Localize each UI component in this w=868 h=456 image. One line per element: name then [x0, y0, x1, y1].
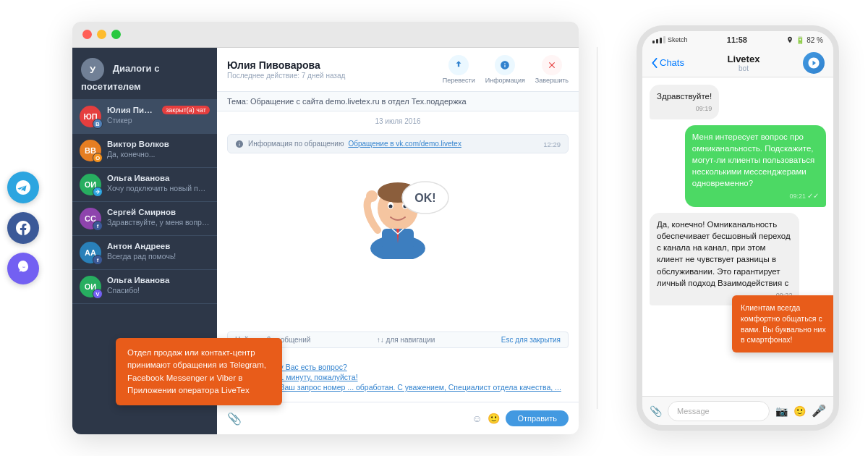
- phone-status-bar: Sketch 11:58 🔋 82 %: [642, 31, 833, 48]
- phone-message-received-2: Да, конечно! Омниканальность обеспечивае…: [650, 213, 799, 305]
- window-chrome: [72, 22, 579, 48]
- chat-avatar: ОИ V: [80, 276, 101, 297]
- search-nav: ↑↓ для навигации: [377, 336, 435, 344]
- chat-name: Ольга Иванова: [107, 276, 210, 284]
- system-msg-label: Информация по обращению: [248, 140, 344, 148]
- chat-input-area: 📎 ☺ 🙂 Отправить: [217, 402, 579, 434]
- chat-name: Ольга Иванова: [107, 174, 210, 182]
- phone-message-sent-1: Меня интересует вопрос про омниканальнос…: [685, 125, 826, 207]
- svg-text:OK!: OK!: [414, 192, 435, 204]
- main-container: У Диалоги с посетителем ЮП В Юлия Пивова…: [0, 0, 868, 456]
- system-msg-text: Обращение в vk.com/demo.livetex: [348, 140, 461, 148]
- sticker-message: OK!: [227, 158, 569, 266]
- active-chat-meta: Последнее действие: 7 дней назад: [227, 72, 345, 80]
- chat-item[interactable]: ВВ О Виктор Волков Да, конечно...: [72, 134, 217, 168]
- chat-name: Юлия Пивоварова: [107, 106, 156, 114]
- fb-channel-badge: f: [93, 221, 103, 231]
- read-indicator: ✓✓: [807, 191, 819, 201]
- close-chat-icon: [542, 55, 562, 75]
- phone-mic-icon[interactable]: 🎤: [812, 404, 826, 418]
- sidebar-header: У Диалоги с посетителем: [72, 48, 217, 100]
- system-message: Информация по обращению Обращение в vk.c…: [227, 134, 569, 153]
- sticker-button[interactable]: 🙂: [488, 413, 500, 424]
- chat-item[interactable]: АА f Антон Андреев Всегда рад помочь!: [72, 236, 217, 270]
- attachment-button[interactable]: 📎: [227, 412, 242, 426]
- chat-item[interactable]: СС f Сергей Смирнов Здравствуйте, у меня…: [72, 202, 217, 236]
- phone-message-received-1: Здравствуйте! 09:19: [650, 85, 719, 119]
- chat-preview: Здравствуйте, у меня вопрос: [107, 218, 210, 227]
- msg-text: Здравствуйте!: [657, 92, 712, 101]
- chat-preview: Да, конечно...: [107, 150, 210, 159]
- phone-tooltip: Клиентам всегда комфортно общаться с вам…: [732, 295, 839, 352]
- maximize-dot[interactable]: [111, 30, 121, 39]
- fb-channel-badge2: f: [93, 255, 103, 265]
- vertical-divider: [597, 47, 597, 409]
- user-avatar: У: [81, 58, 104, 81]
- msg-time: 09:21 ✓✓: [692, 191, 819, 201]
- chat-badge: закрыт(а) чат: [162, 106, 210, 114]
- desktop-app: У Диалоги с посетителем ЮП В Юлия Пивова…: [72, 22, 579, 434]
- chat-name: Антон Андреев: [107, 242, 210, 250]
- phone-nav-bar: Chats Livetex bot: [642, 48, 833, 77]
- msg-text: Меня интересует вопрос про омниканальнос…: [692, 132, 814, 187]
- send-button[interactable]: Отправить: [506, 410, 569, 426]
- message-input[interactable]: [247, 408, 466, 428]
- system-msg-time: 12:29: [543, 140, 561, 148]
- ok-channel-badge: О: [93, 153, 103, 163]
- vk-channel-badge: В: [93, 119, 103, 129]
- chat-preview: Спасибо!: [107, 286, 210, 295]
- chat-avatar: ВВ О: [80, 140, 101, 161]
- telegram-channel-icon[interactable]: [7, 172, 39, 203]
- chat-item[interactable]: ОИ V Ольга Иванова Спасибо!: [72, 270, 217, 304]
- phone-camera-icon[interactable]: 📷: [775, 405, 788, 417]
- viber-channel-badge: V: [93, 289, 103, 299]
- info-button[interactable]: Информация: [485, 55, 525, 84]
- location-icon: [786, 36, 793, 43]
- ok-sticker: OK!: [340, 165, 456, 259]
- phone-attachment-icon[interactable]: 📎: [650, 405, 662, 417]
- phone-chat-name: Livetex: [728, 54, 760, 64]
- chat-name: Сергей Смирнов: [107, 208, 210, 216]
- search-close[interactable]: Esc для закрытия: [501, 336, 561, 344]
- phone-message-input[interactable]: Message: [668, 401, 770, 421]
- info-icon: [495, 55, 515, 75]
- close-chat-button[interactable]: Завершить: [535, 55, 569, 84]
- chat-top-bar: Юлия Пивоварова Последнее действие: 7 дн…: [217, 48, 579, 92]
- battery-percent: 82 %: [807, 36, 823, 44]
- mobile-phone: Sketch 11:58 🔋 82 % Chats Livetex bot: [637, 25, 839, 431]
- close-dot[interactable]: [82, 30, 92, 39]
- chat-actions: Перевести Информация Завер: [443, 55, 569, 84]
- status-time: 11:58: [727, 35, 747, 44]
- telegram-channel-badge: ✈: [93, 187, 103, 197]
- chat-item[interactable]: ОИ ✈ Ольга Иванова Хочу подключить новый…: [72, 168, 217, 202]
- back-button[interactable]: Chats: [651, 57, 684, 68]
- chat-avatar: АА f: [80, 242, 101, 263]
- msg-text: Да, конечно! Омниканальность обеспечивае…: [657, 220, 791, 287]
- chat-avatar: ОИ ✈: [80, 174, 101, 195]
- carrier-name: Sketch: [668, 36, 688, 43]
- close-label: Завершить: [535, 77, 569, 84]
- transfer-button[interactable]: Перевести: [443, 55, 475, 84]
- svg-point-9: [366, 190, 378, 202]
- chat-preview: Стикер: [107, 116, 156, 124]
- back-label: Chats: [660, 57, 684, 68]
- viber-channel-icon[interactable]: [7, 253, 39, 284]
- minimize-dot[interactable]: [97, 30, 106, 39]
- facebook-channel-icon[interactable]: [7, 212, 39, 244]
- phone-input-bar: 📎 Message 📷 🙂 🎤: [642, 396, 833, 425]
- phone-emoji-icon[interactable]: 🙂: [793, 405, 806, 417]
- emoji-button[interactable]: ☺: [472, 413, 482, 424]
- transfer-icon: [448, 55, 469, 75]
- orange-label: Отдел продаж или контакт-центр принимают…: [116, 338, 282, 405]
- chat-item[interactable]: ЮП В Юлия Пивоварова Стикер закрыт(а) ча…: [72, 100, 217, 134]
- battery-icon: 🔋: [796, 36, 804, 44]
- transfer-label: Перевести: [443, 77, 475, 84]
- info-label: Информация: [485, 77, 525, 84]
- chat-name: Виктор Волков: [107, 140, 210, 148]
- date-divider: 13 июля 2016: [217, 111, 579, 131]
- chat-avatar: СС f: [80, 208, 101, 229]
- phone-chat-sub: bot: [739, 64, 749, 72]
- left-icons: [7, 172, 39, 284]
- chat-subject: Тема: Обращение с сайта demo.livetex.ru …: [217, 92, 579, 111]
- chat-preview: Всегда рад помочь!: [107, 252, 210, 261]
